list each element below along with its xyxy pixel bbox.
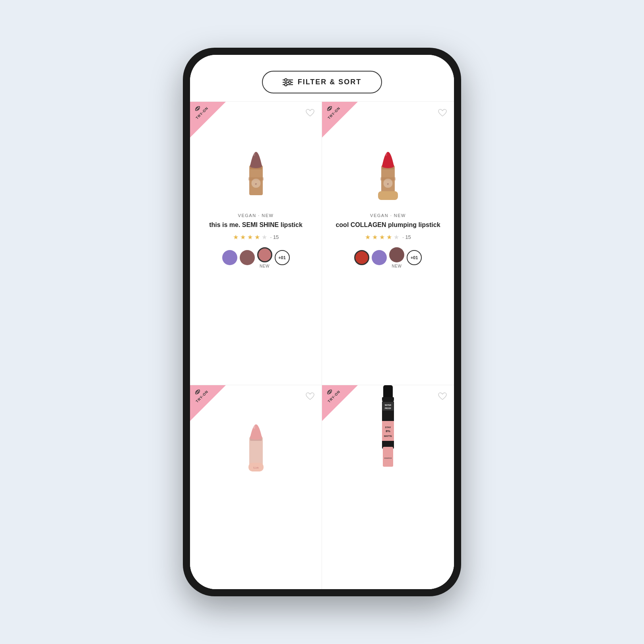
svg-text:PROOF: PROOF [385, 407, 391, 409]
product-info-1: VEGAN · NEW this is me. SEMI SHINE lipst… [190, 213, 322, 377]
try-on-badge-4[interactable]: TRY-ON [322, 385, 358, 421]
product-tags-1: VEGAN · NEW [196, 213, 315, 218]
swatch-2-3[interactable] [389, 247, 404, 262]
rating-count-1: · 15 [270, 234, 279, 240]
swatch-2-1[interactable] [354, 250, 369, 265]
try-on-badge-1[interactable]: TRY-ON [190, 102, 226, 138]
phone-device: FILTER & SORT [183, 48, 461, 596]
star2-5: ★ [394, 233, 399, 241]
filter-sort-button[interactable]: FILTER & SORT [262, 71, 382, 93]
svg-point-4 [289, 81, 291, 83]
phone-screen: FILTER & SORT [190, 55, 454, 589]
lipstick-svg-2: e [366, 114, 410, 201]
swatch-2-2[interactable] [372, 250, 387, 265]
star2-4: ★ [386, 233, 392, 241]
star2-1: ★ [365, 233, 370, 241]
svg-text:8%: 8% [386, 429, 390, 433]
product-name-1: this is me. SEMI SHINE lipstick [196, 221, 315, 229]
swatches-2: NEW +01 [328, 247, 448, 268]
svg-rect-31 [383, 385, 393, 399]
product-card-2: TRY-ON [322, 101, 454, 385]
svg-text:essence: essence [384, 457, 392, 459]
svg-rect-20 [378, 191, 398, 200]
star-2: ★ [240, 233, 246, 241]
svg-text:STAY: STAY [385, 426, 391, 429]
lipstick-svg-3: t.i.m [234, 385, 278, 473]
swatch-1-3[interactable] [257, 247, 272, 262]
wishlist-button-2[interactable] [438, 109, 447, 119]
filter-sort-label: FILTER & SORT [298, 78, 362, 86]
product-grid: TRY-ON [190, 101, 454, 589]
star-4: ★ [254, 233, 260, 241]
product-card-1: TRY-ON [190, 101, 322, 385]
svg-point-3 [285, 79, 287, 81]
svg-text:e: e [387, 182, 389, 186]
swatch-more-1[interactable]: +01 [275, 250, 290, 265]
product-card-3: TRY-ON [190, 385, 322, 589]
swatch-label-1-3: NEW [260, 264, 270, 268]
wishlist-button-1[interactable] [306, 109, 314, 119]
svg-rect-24 [249, 437, 263, 467]
filter-sort-icon [283, 78, 293, 86]
svg-rect-32 [382, 397, 394, 401]
svg-text:t.i.m: t.i.m [253, 466, 258, 469]
svg-text:MATTE: MATTE [384, 435, 392, 437]
swatch-label-2-3: NEW [392, 264, 402, 268]
swatch-1-2[interactable] [240, 250, 255, 265]
lipstick-svg-1: e [234, 114, 278, 201]
wishlist-button-4[interactable] [438, 392, 447, 403]
wishlist-button-3[interactable] [306, 392, 314, 403]
try-on-badge-3[interactable]: TRY-ON [190, 385, 226, 421]
mascara-svg: STAY 8% MATTE essence WATER PROOF [372, 385, 404, 469]
app-screen: FILTER & SORT [190, 55, 454, 589]
star2-2: ★ [372, 233, 378, 241]
try-on-badge-2[interactable]: TRY-ON [322, 102, 358, 138]
star-3: ★ [247, 233, 253, 241]
swatch-more-2[interactable]: +01 [407, 250, 422, 265]
rating-count-2: · 15 [402, 234, 411, 240]
filter-bar: FILTER & SORT [190, 55, 454, 101]
star-5: ★ [262, 233, 267, 241]
product-card-4: TRY-ON [322, 385, 454, 589]
svg-text:WATER: WATER [385, 404, 392, 406]
swatch-1-1[interactable] [222, 250, 237, 265]
product-tags-2: VEGAN · NEW [328, 213, 448, 218]
star-1: ★ [233, 233, 239, 241]
star2-3: ★ [379, 233, 385, 241]
product-name-2: cool COLLAGEN plumping lipstick [328, 221, 448, 229]
product-rating-1: ★ ★ ★ ★ ★ · 15 [196, 233, 315, 241]
product-info-2: VEGAN · NEW cool COLLAGEN plumping lipst… [322, 213, 454, 377]
product-rating-2: ★ ★ ★ ★ ★ · 15 [328, 233, 448, 241]
swatches-1: NEW +01 [196, 247, 315, 268]
svg-text:e: e [255, 182, 257, 186]
svg-point-5 [285, 83, 287, 86]
